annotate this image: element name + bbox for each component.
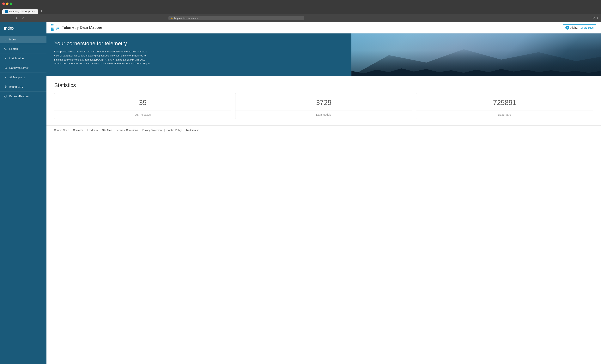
stats-cards: 39 OS Releases 3729 Data Models 725891 D…: [54, 93, 593, 119]
active-tab[interactable]: Telemetry Data Mapper ×: [2, 9, 38, 14]
statistics-title: Statistics: [54, 82, 593, 88]
stat-card-os-releases: 39 OS Releases: [54, 93, 231, 119]
app-layout: Index ⌂ Index Search ≡ Matchmaker: [0, 22, 601, 364]
search-icon: [4, 47, 7, 51]
browser-toolbar: ← → ↻ ⌂ 🔒 https://tdm.cisco.com ⋯ ⛉ ★: [0, 14, 601, 22]
sidebar-item-matchmaker[interactable]: ≡ Matchmaker: [0, 55, 47, 62]
hero-banner: Your cornerstone for telemetry. Data poi…: [47, 33, 601, 76]
app-footer: Source Code Contacts Feedback Site Map T…: [47, 125, 601, 135]
home-button[interactable]: ⌂: [21, 16, 26, 20]
pocket-icon[interactable]: ⛉: [592, 16, 595, 19]
sidebar-item-index[interactable]: ⌂ Index: [0, 36, 47, 43]
main-content: Telemetry Data Mapper i Alpha Report Bug…: [47, 22, 601, 364]
footer-cookie-policy[interactable]: Cookie Policy: [165, 129, 184, 132]
report-bugs-link[interactable]: Report Bugs: [579, 26, 594, 29]
alpha-badge[interactable]: i Alpha Report Bugs: [563, 24, 596, 31]
cisco-logo-mark: [51, 24, 59, 31]
sidebar-item-label: DataPath Direct: [9, 66, 29, 69]
sidebar-item-all-mappings[interactable]: ✓ All Mappings: [0, 74, 47, 81]
sidebar-item-import-csv[interactable]: Import CSV: [0, 83, 47, 91]
data-models-label: Data Models: [235, 110, 412, 119]
address-bar[interactable]: 🔒 https://tdm.cisco.com: [169, 16, 304, 20]
fullscreen-window-button[interactable]: [10, 2, 12, 5]
statistics-section: Statistics 39 OS Releases 3729 Data Mode…: [47, 76, 601, 125]
sidebar-item-backup-restore[interactable]: Backup/Restore: [0, 92, 47, 100]
refresh-button[interactable]: ↻: [15, 16, 19, 20]
os-releases-number: 39: [54, 93, 231, 110]
mappings-icon: ✓: [4, 76, 7, 79]
tab-label: Telemetry Data Mapper: [9, 10, 33, 13]
footer-terms-conditions[interactable]: Terms & Conditions: [114, 129, 140, 132]
sidebar-title: Index: [0, 22, 47, 34]
security-icon: 🔒: [170, 17, 173, 19]
footer-source-code[interactable]: Source Code: [54, 129, 71, 132]
sidebar-item-label: Import CSV: [9, 85, 23, 88]
bookmark-icon[interactable]: ★: [596, 16, 599, 19]
traffic-lights: [2, 2, 12, 5]
stat-card-data-paths: 725891 Data Paths: [416, 93, 593, 119]
footer-privacy-statement[interactable]: Privacy Statement: [140, 129, 165, 132]
cisco-logo: Telemetry Data Mapper: [51, 24, 102, 31]
sidebar-item-datapath-direct[interactable]: ◎ DataPath Direct: [0, 64, 47, 72]
forward-button[interactable]: →: [9, 16, 13, 20]
info-icon: i: [565, 26, 569, 29]
sidebar-nav: ⌂ Index Search ≡ Matchmaker ◎: [0, 34, 47, 102]
toolbar-actions: ⋯ ⛉ ★: [588, 16, 599, 19]
sidebar: Index ⌂ Index Search ≡ Matchmaker: [0, 22, 47, 364]
hero-title: Your cornerstone for telemetry.: [54, 40, 151, 47]
import-icon: [4, 85, 7, 89]
data-models-number: 3729: [235, 93, 412, 110]
app-header: Telemetry Data Mapper i Alpha Report Bug…: [47, 22, 601, 33]
data-paths-number: 725891: [416, 93, 593, 110]
hero-content: Your cornerstone for telemetry. Data poi…: [47, 33, 159, 76]
app-title: Telemetry Data Mapper: [62, 25, 102, 30]
hero-description: Data points across protocols are parsed …: [54, 50, 151, 66]
sidebar-item-label: Index: [9, 38, 16, 41]
sidebar-item-label: Search: [9, 47, 18, 50]
footer-site-map[interactable]: Site Map: [100, 129, 114, 132]
os-releases-label: OS Releases: [54, 110, 231, 119]
svg-point-2: [5, 95, 7, 97]
footer-feedback[interactable]: Feedback: [85, 129, 100, 132]
tab-close-button[interactable]: ×: [34, 10, 35, 13]
svg-line-1: [6, 49, 7, 50]
sidebar-item-label: Matchmaker: [9, 57, 24, 60]
backup-icon: [4, 95, 7, 98]
new-tab-button[interactable]: +: [39, 9, 44, 14]
matchmaker-icon: ≡: [4, 57, 7, 60]
sidebar-item-search[interactable]: Search: [0, 45, 47, 53]
stat-card-data-models: 3729 Data Models: [235, 93, 412, 119]
hero-image: [351, 33, 601, 76]
home-icon: ⌂: [4, 38, 7, 41]
extensions-icon[interactable]: ⋯: [588, 16, 591, 19]
datapath-icon: ◎: [4, 66, 7, 70]
browser-tabs: Telemetry Data Mapper × +: [0, 7, 601, 14]
sidebar-item-label: All Mappings: [9, 76, 25, 79]
minimize-window-button[interactable]: [6, 2, 9, 5]
close-window-button[interactable]: [2, 2, 5, 5]
footer-trademarks[interactable]: Trademarks: [184, 129, 201, 132]
footer-contacts[interactable]: Contacts: [71, 129, 85, 132]
url-display: https://tdm.cisco.com: [174, 17, 302, 19]
sidebar-item-label: Backup/Restore: [9, 95, 29, 98]
browser-chrome: Telemetry Data Mapper × + ← → ↻ ⌂ 🔒 http…: [0, 0, 601, 22]
back-button[interactable]: ←: [2, 16, 7, 20]
tab-favicon: [5, 10, 8, 13]
alpha-label: Alpha: [571, 26, 577, 29]
data-paths-label: Data Paths: [416, 110, 593, 119]
browser-titlebar: [0, 0, 601, 7]
